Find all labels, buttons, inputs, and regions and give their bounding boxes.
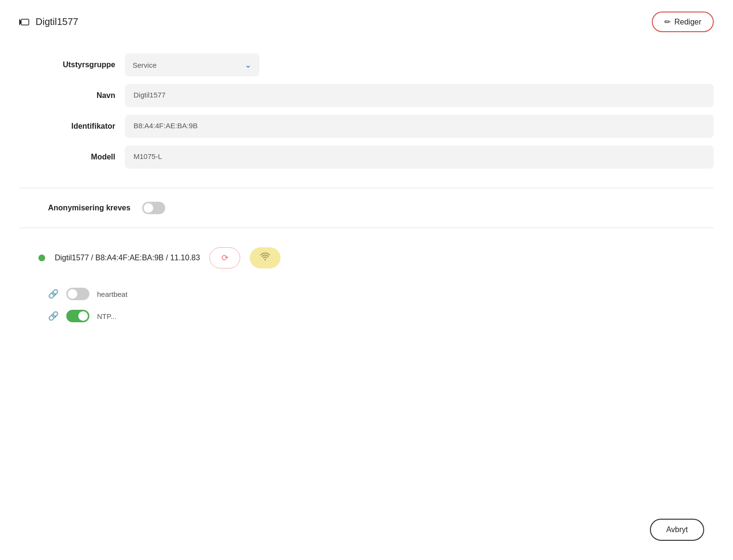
header: Digtil1577 ✏ Rediger <box>19 12 714 42</box>
link-icon-heartbeat: 🔗 <box>48 289 59 299</box>
anonymisering-toggle[interactable] <box>142 202 165 214</box>
navn-field: Digtil1577 <box>125 84 714 107</box>
sub-items: 🔗 heartbeat 🔗 NTP... <box>38 288 714 322</box>
utstyrsgruppe-label: Utstyrsgruppe <box>19 61 125 69</box>
device-row: Digtil1577 / B8:A4:4F:AE:BA:9B / 11.10.8… <box>38 247 714 268</box>
utstyrsgruppe-value: Service <box>133 61 157 69</box>
form-section: Utstyrsgruppe Service ⌄ Navn Digtil1577 … <box>19 53 714 188</box>
wifi-icon <box>260 253 270 264</box>
heartbeat-toggle[interactable] <box>66 288 89 300</box>
identifikator-row: Identifikator B8:A4:4F:AE:BA:9B <box>19 115 714 138</box>
utstyrsgruppe-row: Utstyrsgruppe Service ⌄ <box>19 53 714 76</box>
svg-point-2 <box>265 259 266 260</box>
svg-rect-0 <box>21 19 29 25</box>
anonymisering-label: Anonymisering kreves <box>48 204 131 212</box>
modell-label: Modell <box>19 153 125 161</box>
device-section: Digtil1577 / B8:A4:4F:AE:BA:9B / 11.10.8… <box>19 228 714 341</box>
page-container: Digtil1577 ✏ Rediger Utstyrsgruppe Servi… <box>0 0 733 560</box>
sub-item-ntp: 🔗 NTP... <box>48 310 714 322</box>
heartbeat-label: heartbeat <box>97 290 127 298</box>
cancel-button[interactable]: Avbryt <box>650 519 704 541</box>
refresh-icon: ⟳ <box>221 253 229 263</box>
navn-row: Navn Digtil1577 <box>19 84 714 107</box>
header-left: Digtil1577 <box>19 16 78 27</box>
ntp-toggle[interactable] <box>66 310 89 322</box>
link-icon-ntp: 🔗 <box>48 311 59 321</box>
status-indicator <box>38 255 45 261</box>
device-label: Digtil1577 / B8:A4:4F:AE:BA:9B / 11.10.8… <box>55 254 200 262</box>
edit-button[interactable]: ✏ Rediger <box>652 12 714 32</box>
identifikator-field: B8:A4:4F:AE:BA:9B <box>125 115 714 138</box>
navn-label: Navn <box>19 91 125 100</box>
camera-icon <box>19 18 31 26</box>
page-title: Digtil1577 <box>36 16 78 27</box>
wifi-button[interactable] <box>250 247 281 268</box>
sub-item-heartbeat: 🔗 heartbeat <box>48 288 714 300</box>
utstyrsgruppe-select[interactable]: Service ⌄ <box>125 53 259 76</box>
identifikator-label: Identifikator <box>19 122 125 131</box>
modell-row: Modell M1075-L <box>19 146 714 169</box>
modell-field: M1075-L <box>125 146 714 169</box>
pencil-icon: ✏ <box>664 17 671 26</box>
chevron-down-icon: ⌄ <box>244 60 252 70</box>
footer: Avbryt <box>650 519 704 541</box>
ntp-label: NTP... <box>97 312 117 320</box>
anonymisering-section: Anonymisering kreves <box>19 188 714 228</box>
reboot-button[interactable]: ⟳ <box>209 247 240 268</box>
